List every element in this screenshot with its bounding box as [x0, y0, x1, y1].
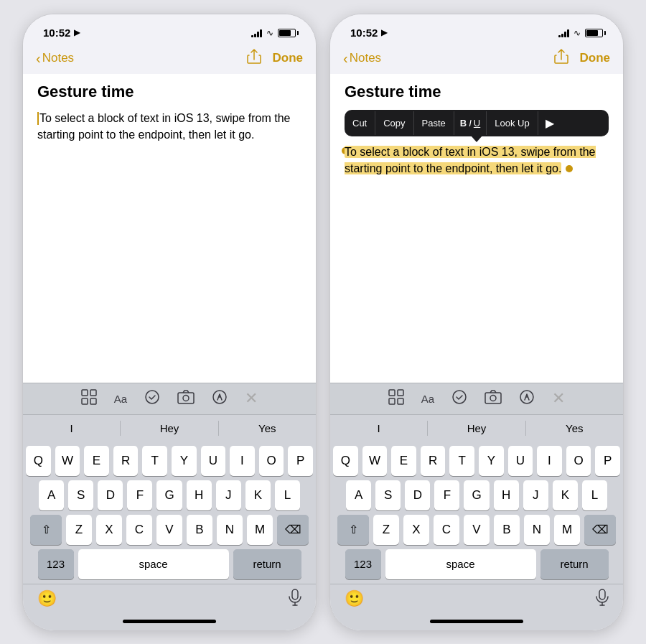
key-g-left[interactable]: G [156, 480, 182, 510]
toolbar-check-right[interactable] [451, 389, 467, 409]
key-y-right[interactable]: Y [479, 446, 504, 476]
key-p-right[interactable]: P [595, 446, 620, 476]
key-r-left[interactable]: R [113, 446, 139, 476]
note-body-left[interactable]: To select a block of text in iOS 13, swi… [37, 110, 301, 143]
autocomplete-i-right[interactable]: I [330, 421, 428, 436]
emoji-button-right[interactable]: 🙂 [345, 589, 364, 608]
key-m-left[interactable]: M [247, 515, 273, 545]
key-i-left[interactable]: I [230, 446, 255, 476]
key-k-right[interactable]: K [553, 480, 578, 510]
phone-right: 10:52 ▶ ∿ ‹ Notes [329, 14, 624, 631]
toolbar-grid-left[interactable] [81, 389, 97, 409]
key-t-right[interactable]: T [449, 446, 474, 476]
key-t-left[interactable]: T [142, 446, 167, 476]
key-s-right[interactable]: S [375, 480, 401, 510]
key-j-left[interactable]: J [216, 480, 241, 510]
key-u-right[interactable]: U [508, 446, 533, 476]
key-w-left[interactable]: W [55, 446, 80, 476]
key-a-left[interactable]: A [39, 480, 64, 510]
back-button-right[interactable]: ‹ Notes [343, 51, 381, 65]
toolbar-format-left[interactable] [212, 389, 228, 409]
key-i-right[interactable]: I [537, 446, 562, 476]
key-b-right[interactable]: B [494, 515, 520, 545]
share-button-left[interactable] [247, 49, 261, 68]
key-k-left[interactable]: K [245, 480, 271, 510]
key-e-left[interactable]: E [84, 446, 109, 476]
toolbar-format-right[interactable] [519, 389, 535, 409]
key-v-left[interactable]: V [156, 515, 182, 545]
toolbar-camera-left[interactable] [177, 390, 195, 408]
key-z-right[interactable]: Z [373, 515, 399, 545]
key-123-left[interactable]: 123 [38, 549, 74, 579]
emoji-button-left[interactable]: 🙂 [37, 589, 57, 608]
done-button-right[interactable]: Done [580, 51, 611, 65]
key-q-right[interactable]: Q [333, 446, 358, 476]
toolbar-camera-right[interactable] [484, 390, 502, 408]
key-d-right[interactable]: D [405, 480, 430, 510]
key-shift-left[interactable]: ⇧ [30, 515, 62, 545]
context-lookup[interactable]: Look Up [487, 111, 538, 135]
key-o-right[interactable]: O [566, 446, 591, 476]
key-x-left[interactable]: X [96, 515, 122, 545]
key-r-right[interactable]: R [421, 446, 446, 476]
toolbar-aa-right[interactable]: Aa [421, 393, 434, 405]
context-more[interactable]: ▶ [538, 110, 561, 136]
key-w-right[interactable]: W [362, 446, 388, 476]
key-return-left[interactable]: return [233, 549, 301, 579]
key-h-right[interactable]: H [494, 480, 519, 510]
key-e-right[interactable]: E [391, 446, 416, 476]
context-cut[interactable]: Cut [345, 111, 375, 135]
key-s-left[interactable]: S [68, 480, 93, 510]
key-shift-right[interactable]: ⇧ [337, 515, 369, 545]
key-l-right[interactable]: L [582, 480, 607, 510]
toolbar-grid-right[interactable] [388, 389, 404, 409]
svg-point-17 [490, 395, 496, 401]
key-delete-right[interactable]: ⌫ [584, 515, 616, 545]
toolbar-check-left[interactable] [144, 389, 160, 409]
key-delete-left[interactable]: ⌫ [277, 515, 309, 545]
mic-button-left[interactable] [289, 589, 301, 610]
key-y-left[interactable]: Y [172, 446, 197, 476]
context-paste[interactable]: Paste [414, 111, 454, 135]
key-g-right[interactable]: G [464, 480, 489, 510]
key-h-left[interactable]: H [187, 480, 212, 510]
share-button-right[interactable] [554, 49, 568, 68]
key-f-left[interactable]: F [127, 480, 152, 510]
key-u-left[interactable]: U [201, 446, 226, 476]
key-123-right[interactable]: 123 [345, 549, 381, 579]
key-a-right[interactable]: A [346, 480, 371, 510]
back-button-left[interactable]: ‹ Notes [36, 51, 74, 65]
done-button-left[interactable]: Done [273, 51, 304, 65]
context-bold-italic-underline[interactable]: B I U [454, 111, 487, 135]
mic-button-right[interactable] [596, 589, 609, 610]
key-c-right[interactable]: C [434, 515, 459, 545]
autocomplete-i-left[interactable]: I [23, 421, 121, 436]
key-v-right[interactable]: V [464, 515, 490, 545]
key-q-left[interactable]: Q [26, 446, 51, 476]
key-b-left[interactable]: B [187, 515, 212, 545]
autocomplete-yes-left[interactable]: Yes [219, 421, 316, 436]
key-d-left[interactable]: D [98, 480, 123, 510]
key-n-right[interactable]: N [524, 515, 550, 545]
key-j-right[interactable]: J [523, 480, 548, 510]
key-space-right[interactable]: space [385, 549, 536, 579]
key-z-left[interactable]: Z [66, 515, 92, 545]
autocomplete-yes-right[interactable]: Yes [526, 421, 623, 436]
note-body-right[interactable]: To select a block of text in iOS 13, swi… [345, 144, 609, 177]
key-return-right[interactable]: return [540, 549, 609, 579]
key-p-left[interactable]: P [288, 446, 313, 476]
toolbar-close-left[interactable]: ✕ [245, 389, 258, 408]
autocomplete-hey-left[interactable]: Hey [121, 421, 218, 436]
context-copy[interactable]: Copy [375, 111, 413, 135]
key-n-left[interactable]: N [217, 515, 243, 545]
key-l-left[interactable]: L [275, 480, 300, 510]
key-space-left[interactable]: space [78, 549, 229, 579]
key-f-right[interactable]: F [434, 480, 459, 510]
key-x-right[interactable]: X [403, 515, 429, 545]
key-m-right[interactable]: M [554, 515, 580, 545]
autocomplete-hey-right[interactable]: Hey [428, 421, 525, 436]
key-c-left[interactable]: C [126, 515, 152, 545]
toolbar-aa-left[interactable]: Aa [114, 393, 127, 405]
toolbar-close-right[interactable]: ✕ [552, 389, 565, 408]
key-o-left[interactable]: O [259, 446, 284, 476]
